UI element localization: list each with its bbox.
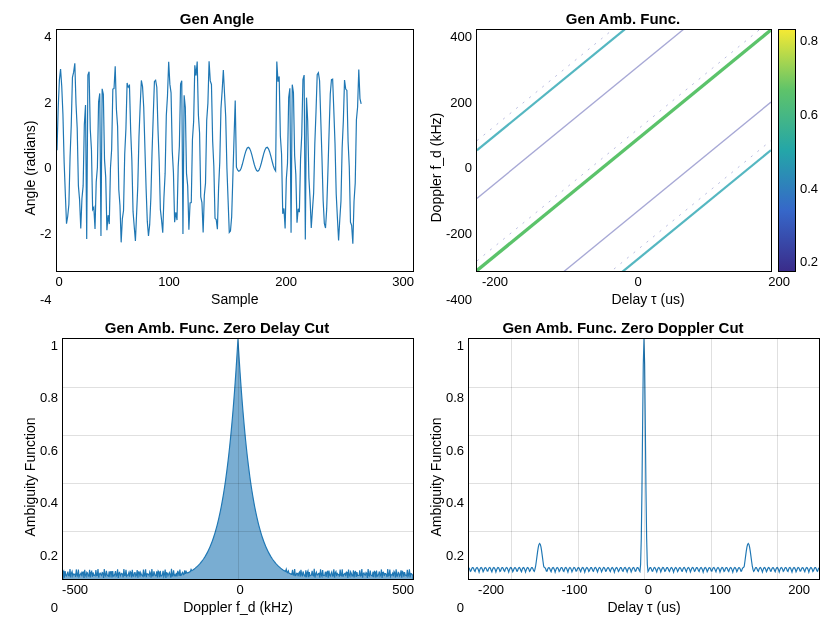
colorbar: 0.8 0.6 0.4 0.2: [778, 29, 820, 272]
chart-title: Gen Amb. Func.: [566, 10, 680, 27]
y-ticks: 400 200 0 -200 -400: [446, 29, 476, 307]
panel-zero-doppler-cut: Gen Amb. Func. Zero Doppler Cut Ambiguit…: [426, 319, 820, 616]
svg-line-5: [477, 141, 771, 271]
x-ticks: -500 0 500: [62, 582, 414, 597]
x-axis-label: Delay τ (us): [468, 599, 820, 615]
chart-title: Gen Amb. Func. Zero Delay Cut: [105, 319, 329, 336]
axes-zero-delay-cut: [62, 338, 414, 581]
axes-gen-amb-func: [476, 29, 772, 272]
y-ticks: 1 0.8 0.6 0.4 0.2 0: [40, 338, 62, 616]
x-ticks: -200 0 200: [476, 274, 820, 289]
colorbar-ticks: 0.8 0.6 0.4 0.2: [796, 29, 820, 272]
figure-grid: Gen Angle Angle (radians) 4 2 0 -2 -4 0 …: [0, 0, 840, 630]
axes-gen-angle: [56, 29, 414, 272]
x-axis-label: Delay τ (us): [476, 291, 820, 307]
panel-gen-amb-func: Gen Amb. Func. Doppler f_d (kHz) 400 200…: [426, 10, 820, 307]
y-axis-label: Ambiguity Function: [20, 338, 40, 616]
svg-line-4: [477, 150, 771, 270]
chart-title: Gen Angle: [180, 10, 254, 27]
svg-line-3: [477, 30, 771, 141]
y-ticks: 1 0.8 0.6 0.4 0.2 0: [446, 338, 468, 616]
panel-gen-angle: Gen Angle Angle (radians) 4 2 0 -2 -4 0 …: [20, 10, 414, 307]
y-axis-label: Ambiguity Function: [426, 338, 446, 616]
colorbar-gradient: [778, 29, 796, 272]
svg-line-2: [477, 30, 771, 150]
chart-title: Gen Amb. Func. Zero Doppler Cut: [502, 319, 743, 336]
x-axis-label: Sample: [56, 291, 414, 307]
y-axis-label: Doppler f_d (kHz): [426, 29, 446, 307]
x-axis-label: Doppler f_d (kHz): [62, 599, 414, 615]
x-ticks: 0 100 200 300: [56, 274, 414, 289]
axes-zero-doppler-cut: [468, 338, 820, 581]
x-ticks: -200 -100 0 100 200: [468, 582, 820, 597]
panel-zero-delay-cut: Gen Amb. Func. Zero Delay Cut Ambiguity …: [20, 319, 414, 616]
y-axis-label: Angle (radians): [20, 29, 40, 307]
svg-line-0: [477, 30, 771, 271]
y-ticks: 4 2 0 -2 -4: [40, 29, 56, 307]
